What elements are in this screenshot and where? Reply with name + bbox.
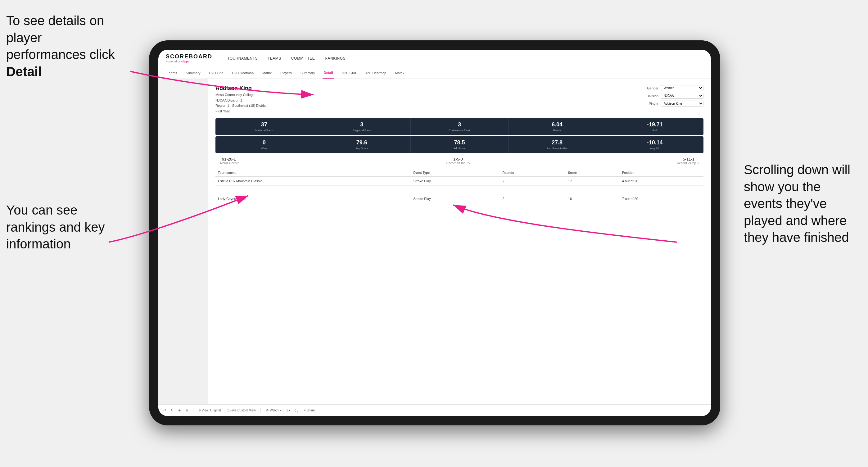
player-name: Addison King xyxy=(215,85,266,92)
overall-record-label: Overall Record xyxy=(219,161,239,165)
table-row-2: Lady Coyote Invite Stroke Play 2 16 7 ou… xyxy=(215,194,704,203)
main-content: Addison King Mesa Community College NJCA… xyxy=(158,79,711,404)
player-school: Mesa Community College xyxy=(215,92,266,98)
toolbar-redo[interactable]: ↻ xyxy=(171,409,173,412)
national-rank-value: 37 xyxy=(218,121,310,128)
wins-label: Wins xyxy=(218,147,310,150)
rounds-2: 2 xyxy=(500,194,565,203)
empty-row xyxy=(215,185,704,194)
avg-score-to-par-label: Avg Score to Par xyxy=(511,147,603,150)
adj-score-label: Adj Score xyxy=(413,147,506,150)
toolbar-zoom-in[interactable]: ⊕ xyxy=(178,409,181,412)
tablet-frame: SCOREBOARD Powered by clippd TOURNAMENTS… xyxy=(149,40,720,426)
conference-rank-label: Conference Rank xyxy=(413,129,506,132)
gender-control: Gender Women xyxy=(641,85,704,91)
sos-label: SoS xyxy=(609,129,701,132)
adj-score-value: 78.5 xyxy=(413,139,506,146)
left-sidebar xyxy=(158,79,208,404)
table-row: Estella CC- Mountain Classic Stroke Play… xyxy=(215,176,704,185)
toolbar-view-original[interactable]: ⊙ View: Original xyxy=(198,409,221,412)
tournament-table: Tournament Event Type Rounds Score Posit… xyxy=(215,169,704,204)
record-top25-value: 1-5-0 xyxy=(446,157,470,161)
logo-powered: Powered by clippd xyxy=(166,60,212,63)
content-panel: Addison King Mesa Community College NJCA… xyxy=(208,79,711,404)
wins-value: 0 xyxy=(218,139,310,146)
regional-rank-value: 3 xyxy=(316,121,408,128)
record-top50-label: Record vs top 50 xyxy=(677,161,700,165)
stat-avg-score: 79.6 Avg Score xyxy=(313,136,411,153)
avg-score-label: Avg Score xyxy=(316,147,408,150)
player-info: Addison King Mesa Community College NJCA… xyxy=(215,85,266,114)
stat-adj-score: 78.5 Adj Score xyxy=(411,136,508,153)
col-score: Score xyxy=(566,169,620,177)
subnav-players[interactable]: Players xyxy=(279,67,293,79)
gender-select[interactable]: Women xyxy=(661,85,704,91)
subnav-matrix[interactable]: Matrix xyxy=(261,67,273,79)
records-row: 91-20-1 Overall Record 1-5-0 Record vs t… xyxy=(215,157,704,165)
event-type-2: Stroke Play xyxy=(411,194,500,203)
toolbar-share[interactable]: ↗ Share xyxy=(303,409,315,412)
player-division: NJCAA Division 1 xyxy=(215,98,266,103)
stats-row2: 0 Wins 79.6 Avg Score 78.5 Adj Score 27.… xyxy=(215,136,704,153)
division-select[interactable]: NJCAA I xyxy=(661,93,704,99)
top-nav: SCOREBOARD Powered by clippd TOURNAMENTS… xyxy=(158,50,711,67)
tournament-name-2: Lady Coyote Invite xyxy=(215,194,411,203)
stat-points: 6.04 Points xyxy=(508,118,606,135)
record-top25-label: Record vs top 25 xyxy=(446,161,470,165)
overall-record: 91-20-1 Overall Record xyxy=(219,157,239,165)
subnav-teams[interactable]: Teams xyxy=(166,67,178,79)
event-type-1: Stroke Play xyxy=(411,176,500,185)
table-row-empty xyxy=(215,185,704,194)
avg-score-to-par-value: 27.8 xyxy=(511,139,603,146)
points-value: 6.04 xyxy=(511,121,603,128)
regional-rank-label: Regional Rank xyxy=(316,129,408,132)
annotation-top-left: To see details on player performances cl… xyxy=(6,12,124,80)
gender-label: Gender xyxy=(641,86,658,90)
nav-teams[interactable]: TEAMS xyxy=(268,56,281,61)
nav-tournaments[interactable]: TOURNAMENTS xyxy=(227,56,258,61)
toolbar-zoom-out[interactable]: ⊖ xyxy=(186,409,188,412)
avg-score-value: 79.6 xyxy=(316,139,408,146)
subnav-matrix2[interactable]: Matrix xyxy=(394,67,405,79)
avg-sg-label: Avg SG xyxy=(609,147,701,150)
subnav-h2hheatmap[interactable]: H2H Heatmap xyxy=(231,67,255,79)
score-2: 16 xyxy=(566,194,620,203)
subnav-summary2[interactable]: Summary xyxy=(299,67,316,79)
col-event-type: Event Type xyxy=(411,169,500,177)
position-1: 4 out of 20 xyxy=(620,176,704,185)
player-year: First Year xyxy=(215,109,266,114)
player-control: Player Addison King xyxy=(641,101,704,106)
player-header: Addison King Mesa Community College NJCA… xyxy=(215,85,704,114)
toolbar-save-custom[interactable]: ⬚ Save Custom View xyxy=(226,409,255,412)
nav-rankings[interactable]: RANKINGS xyxy=(325,56,345,61)
toolbar-screen[interactable]: □ ▾ xyxy=(286,409,290,412)
col-position: Position xyxy=(620,169,704,177)
tournament-name-1: Estella CC- Mountain Classic xyxy=(215,176,411,185)
subnav-h2hgrid[interactable]: H2H Grid xyxy=(208,67,224,79)
toolbar-divider-1 xyxy=(193,408,193,413)
stat-sos: -19.71 SoS xyxy=(606,118,704,135)
subnav-h2hgrid2[interactable]: H2H Grid xyxy=(341,67,357,79)
table-header-row: Tournament Event Type Rounds Score Posit… xyxy=(215,169,704,177)
stat-avg-score-to-par: 27.8 Avg Score to Par xyxy=(508,136,606,153)
annotation-right: Scrolling down will show you the events … xyxy=(744,161,862,246)
sos-value: -19.71 xyxy=(609,121,701,128)
subnav-detail[interactable]: Detail xyxy=(322,67,334,79)
stats-row1: 37 National Rank 3 Regional Rank 3 Confe… xyxy=(215,118,704,135)
subnav-h2hheatmap2[interactable]: H2H Heatmap xyxy=(364,67,388,79)
overall-record-value: 91-20-1 xyxy=(219,157,239,161)
toolbar-watch[interactable]: 👁 Watch ▾ xyxy=(266,409,281,412)
logo-clippd: clippd xyxy=(181,60,190,63)
player-select[interactable]: Addison King xyxy=(661,101,704,106)
logo-scoreboard: SCOREBOARD xyxy=(166,54,212,60)
toolbar-undo[interactable]: ↺ xyxy=(163,409,166,412)
player-controls: Gender Women Division NJCAA I xyxy=(641,85,704,106)
nav-committee[interactable]: COMMITTEE xyxy=(291,56,315,61)
record-top25: 1-5-0 Record vs top 25 xyxy=(446,157,470,165)
toolbar-fullscreen[interactable]: ⛶ xyxy=(295,409,298,412)
subnav-summary[interactable]: Summary xyxy=(184,67,202,79)
player-region: Region 1 - Southwest (18) District xyxy=(215,103,266,109)
division-label: Division xyxy=(641,94,658,98)
points-label: Points xyxy=(511,129,603,132)
stat-wins: 0 Wins xyxy=(215,136,313,153)
